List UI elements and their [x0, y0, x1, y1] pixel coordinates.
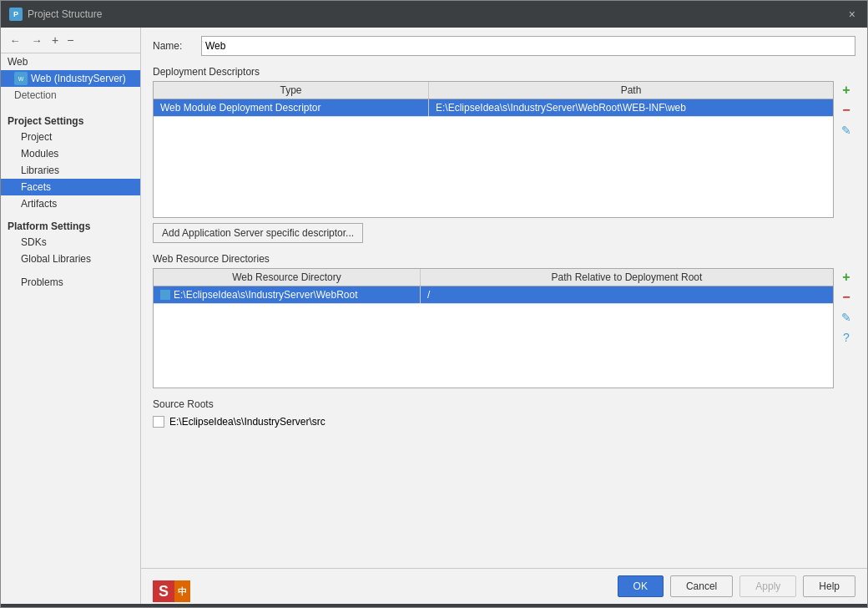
- remove-sidebar-button[interactable]: −: [64, 33, 76, 47]
- sidebar-item-artifacts[interactable]: Artifacts: [1, 195, 140, 212]
- deployment-table-header: Type Path: [154, 82, 833, 99]
- sidebar-item-label-problems: Problems: [21, 276, 63, 288]
- tree-item-web[interactable]: W Web (IndustryServer): [1, 70, 140, 87]
- table-cell-dir: E:\EclipseIdea\s\IndustryServer\WebRoot: [154, 286, 421, 303]
- sidebar-item-label-sdks: SDKs: [21, 236, 47, 248]
- web-resource-table: Web Resource Directory Path Relative to …: [153, 268, 834, 388]
- deployment-table-container: Type Path Web Module Deployment Descript…: [153, 81, 855, 218]
- sidebar-item-label-libraries: Libraries: [21, 165, 59, 176]
- web-resource-table-body: E:\EclipseIdea\s\IndustryServer\WebRoot …: [154, 286, 833, 388]
- web-resource-edit-button[interactable]: ✎: [837, 308, 855, 327]
- web-resource-dirs-title: Web Resource Directories: [153, 253, 855, 265]
- close-button[interactable]: ×: [845, 6, 859, 23]
- web-resource-table-header: Web Resource Directory Path Relative to …: [154, 269, 833, 286]
- table-cell-type: Web Module Deployment Descriptor: [154, 99, 429, 116]
- source-roots-section: Source Roots E:\EclipseIdea\s\IndustrySe…: [153, 398, 855, 430]
- content-area: Name: Deployment Descriptors Type Path: [141, 28, 867, 604]
- apply-button: Apply: [739, 575, 796, 597]
- sidebar-item-label-artifacts: Artifacts: [21, 198, 57, 210]
- project-settings-header: Project Settings: [1, 110, 140, 129]
- status-bar: [1, 604, 867, 607]
- source-root-row: E:\EclipseIdea\s\IndustryServer\src: [153, 413, 855, 430]
- source-root-checkbox[interactable]: [153, 416, 164, 428]
- sidebar-item-libraries[interactable]: Libraries: [1, 162, 140, 179]
- deployment-table: Type Path Web Module Deployment Descript…: [153, 81, 834, 218]
- tree-item-label: Web (IndustryServer): [31, 73, 126, 84]
- dialog-title: Project Structure: [28, 8, 102, 20]
- deployment-add-button[interactable]: +: [837, 81, 855, 99]
- sidebar-top-node: Web: [1, 53, 140, 70]
- table-row[interactable]: E:\EclipseIdea\s\IndustryServer\WebRoot …: [154, 286, 833, 304]
- web-resource-table-container: Web Resource Directory Path Relative to …: [153, 268, 855, 388]
- web-resource-col-dir: Web Resource Directory: [154, 269, 421, 286]
- help-button[interactable]: Help: [803, 575, 855, 597]
- deployment-table-body: Web Module Deployment Descriptor E:\Ecli…: [154, 99, 833, 217]
- table-cell-rel: /: [421, 286, 833, 303]
- bottom-bar: S 中 OK Cancel Apply Help: [141, 568, 867, 604]
- sidebar-item-label-facets: Facets: [21, 181, 51, 193]
- web-resource-dirs-section: Web Resource Directories Web Resource Di…: [153, 253, 855, 388]
- web-resource-add-button[interactable]: +: [837, 268, 855, 286]
- table-cell-path: E:\EclipseIdea\s\IndustryServer\WebRoot\…: [429, 99, 833, 116]
- web-resource-side-buttons: + − ✎ ?: [837, 268, 855, 347]
- add-descriptor-button[interactable]: Add Application Server specific descript…: [153, 223, 363, 243]
- add-sidebar-button[interactable]: +: [49, 33, 61, 47]
- watermark-s-icon: S: [153, 580, 174, 602]
- web-resource-help-button[interactable]: ?: [837, 328, 855, 347]
- deployment-col-type: Type: [154, 82, 429, 99]
- watermark-text: 中: [174, 580, 190, 602]
- title-bar-left: P Project Structure: [9, 8, 102, 21]
- back-button[interactable]: ←: [6, 31, 24, 49]
- sidebar-item-label-modules: Modules: [21, 148, 58, 160]
- sidebar-item-sdks[interactable]: SDKs: [1, 234, 140, 251]
- title-bar: P Project Structure ×: [1, 1, 867, 28]
- deployment-remove-button[interactable]: −: [837, 101, 855, 119]
- sidebar-item-label-project: Project: [21, 131, 52, 143]
- sidebar-item-facets[interactable]: Facets: [1, 179, 140, 195]
- add-descriptor-btn-row: Add Application Server specific descript…: [153, 223, 855, 243]
- web-icon: W: [14, 72, 28, 85]
- dir-icon: [160, 290, 170, 300]
- sidebar-item-global-libraries[interactable]: Global Libraries: [1, 251, 140, 267]
- web-resource-col-rel: Path Relative to Deployment Root: [421, 269, 833, 286]
- content-inner: Name: Deployment Descriptors Type Path: [141, 28, 867, 568]
- source-roots-title: Source Roots: [153, 398, 855, 410]
- sidebar-item-problems[interactable]: Problems: [1, 274, 140, 291]
- detection-label: Detection: [1, 87, 140, 104]
- sidebar-toolbar: ← → + −: [1, 28, 140, 53]
- ok-button[interactable]: OK: [618, 575, 664, 597]
- deployment-edit-button[interactable]: ✎: [837, 121, 855, 139]
- platform-settings-header: Platform Settings: [1, 215, 140, 234]
- sidebar-item-label-global-libraries: Global Libraries: [21, 253, 91, 265]
- dialog-body: ← → + − Web W Web (IndustryServer) Detec…: [1, 28, 867, 604]
- sidebar-item-project[interactable]: Project: [1, 129, 140, 145]
- forward-button[interactable]: →: [28, 31, 46, 49]
- deployment-col-path: Path: [429, 82, 833, 99]
- dialog-icon: P: [9, 8, 23, 21]
- deployment-descriptors-title: Deployment Descriptors: [153, 66, 855, 78]
- sidebar: ← → + − Web W Web (IndustryServer) Detec…: [1, 28, 141, 604]
- sidebar-item-modules[interactable]: Modules: [1, 145, 140, 162]
- name-label: Name:: [153, 40, 194, 52]
- name-input[interactable]: [201, 36, 855, 56]
- source-root-path: E:\EclipseIdea\s\IndustryServer\src: [169, 416, 326, 428]
- cancel-button[interactable]: Cancel: [670, 575, 733, 597]
- deployment-descriptors-section: Deployment Descriptors Type Path Web Mod…: [153, 66, 855, 243]
- project-structure-dialog: P Project Structure × ← → + − Web W Web …: [0, 0, 868, 608]
- name-field-row: Name:: [153, 36, 855, 56]
- web-resource-remove-button[interactable]: −: [837, 288, 855, 307]
- deployment-side-buttons: + − ✎: [837, 81, 855, 139]
- table-row[interactable]: Web Module Deployment Descriptor E:\Ecli…: [154, 99, 833, 117]
